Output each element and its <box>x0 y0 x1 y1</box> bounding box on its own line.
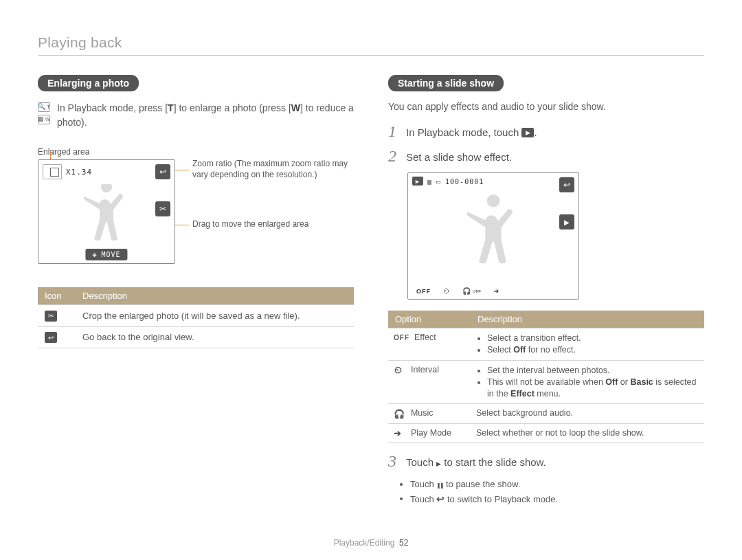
effect-desc-2: Select Off for no effect. <box>487 344 699 356</box>
steps-list-continued: Touch to start the slide show. <box>388 453 704 469</box>
sample-photo-silhouette <box>458 194 530 280</box>
table-row: ✂ Crop the enlarged photo (it will be sa… <box>38 305 354 327</box>
left-column: Enlarging a photo 🔍T ▦W In Playback mode… <box>38 75 354 507</box>
option-music-label: Music <box>411 408 434 418</box>
zoom-instruction: 🔍T ▦W In Playback mode, press [T] to enl… <box>38 101 354 130</box>
steps-list: In Playback mode, touch ▶. Set a slide s… <box>388 123 704 164</box>
back-icon: ↩ <box>45 332 57 343</box>
interval-desc-2: This will not be available when Off or B… <box>487 377 699 400</box>
move-arrows-icon: ✥ <box>92 251 97 258</box>
table-header-description: Description <box>76 287 354 305</box>
playmode-chip: ➜ <box>493 287 499 295</box>
crop-icon: ✂ <box>45 311 57 322</box>
back-button-icon: ↩ <box>155 164 170 179</box>
zoom-instruction-text: In Playback mode, press [T] to enlarge a… <box>57 101 354 130</box>
zoom-key-icons: 🔍T ▦W <box>38 102 50 130</box>
camera-screen-slideshow: ▶ ▥ ▭ 100-0001 ↩ ▶ OFF ⏲ 🎧OFF ➜ <box>407 172 579 300</box>
footer-section: Playback/Editing <box>334 538 395 548</box>
zoom-out-icon: ▦W <box>38 115 50 124</box>
enlarge-figure: X1.34 ↩ ✂ ✥ MOVE Zoom ratio (The maximum… <box>38 159 175 264</box>
slideshow-icon: ▶ <box>412 177 423 186</box>
effect-off-icon: OFF <box>394 334 409 341</box>
step-3-subnotes: Touch to pause the show. Touch ↩ to swit… <box>388 478 704 507</box>
interval-icon: ⏲ <box>394 365 406 375</box>
page-number: 52 <box>399 538 408 548</box>
option-playmode-label: Play Mode <box>411 428 451 438</box>
music-chip: 🎧OFF <box>462 287 481 295</box>
section-heading-enlarge: Enlarging a photo <box>38 75 139 91</box>
music-icon: 🎧 <box>394 409 406 419</box>
step-3: Touch to start the slide show. <box>388 453 704 469</box>
back-button-icon: ↩ <box>559 177 574 192</box>
sample-photo-silhouette <box>76 184 137 252</box>
crop-button-icon: ✂ <box>155 201 170 216</box>
subnote-pause: Touch to pause the show. <box>410 478 704 492</box>
interval-desc-1: Set the interval between photos. <box>487 365 699 377</box>
table-row: ➜ Play Mode Select whether or not to loo… <box>388 423 704 443</box>
effect-off-chip: OFF <box>416 288 431 295</box>
back-description: Go back to the original view. <box>76 326 354 348</box>
leader-line <box>50 151 51 159</box>
effect-desc-1: Select a transition effect. <box>487 333 699 344</box>
playmode-desc: Select whether or not to loop the slide … <box>471 423 704 443</box>
table-row: OFF Effect Select a transition effect. S… <box>388 328 704 361</box>
callout-zoom-ratio: Zoom ratio (The maximum zoom ratio may v… <box>192 158 350 180</box>
start-slideshow-icon: ▶ <box>559 214 574 229</box>
right-column: Starting a slide show You can apply effe… <box>388 75 704 507</box>
zoom-in-icon: 🔍T <box>38 102 50 112</box>
move-label: MOVE <box>101 251 120 258</box>
interval-chip: ⏲ <box>443 287 450 295</box>
return-icon: ↩ <box>436 491 445 506</box>
content-columns: Enlarging a photo 🔍T ▦W In Playback mode… <box>38 75 704 507</box>
table-header-option: Option <box>388 311 471 328</box>
camera-screen-enlarge: X1.34 ↩ ✂ ✥ MOVE <box>38 159 175 264</box>
crop-description: Crop the enlarged photo (it will be save… <box>76 305 354 327</box>
slideshow-mode-icon: ▶ <box>521 128 534 137</box>
option-interval-label: Interval <box>411 365 439 374</box>
page-footer: Playback/Editing 52 <box>0 538 742 548</box>
playmode-icon: ➜ <box>394 428 406 438</box>
step-2: Set a slide show effect. <box>388 148 704 164</box>
label-enlarged-area: Enlarged area <box>38 147 354 157</box>
table-header-icon: Icon <box>38 287 76 305</box>
slideshow-options-bar: OFF ⏲ 🎧OFF ➜ <box>416 287 499 295</box>
battery-icon: ▥ <box>427 178 432 186</box>
slideshow-intro: You can apply effects and audio to your … <box>388 101 704 112</box>
subnote-back: Touch ↩ to switch to Playback mode. <box>410 492 704 507</box>
music-desc: Select background audio. <box>471 404 704 423</box>
table-row: ⏲ Interval Set the interval between phot… <box>388 360 704 404</box>
zoom-ratio-value: X1.34 <box>66 168 92 177</box>
table-row: ↩ Go back to the original view. <box>38 326 354 348</box>
section-heading-slideshow: Starting a slide show <box>388 75 504 91</box>
pause-icon <box>436 479 443 489</box>
step-1: In Playback mode, touch ▶. <box>388 123 704 139</box>
option-effect-label: Effect <box>414 333 436 342</box>
screen-header: X1.34 <box>38 160 175 181</box>
table-header-description: Description <box>471 311 704 328</box>
move-indicator: ✥ MOVE <box>85 249 127 260</box>
thumbnail-overview <box>43 164 62 179</box>
file-number: 100-0001 <box>445 178 484 186</box>
icon-description-table: Icon Description ✂ Crop the enlarged pho… <box>38 287 354 348</box>
callout-drag: Drag to move the enlarged area <box>192 219 350 229</box>
option-description-table: Option Description OFF Effect Select a t… <box>388 311 704 443</box>
table-row: 🎧 Music Select background audio. <box>388 404 704 423</box>
page-title: Playing back <box>38 34 704 56</box>
card-icon: ▭ <box>436 178 441 186</box>
